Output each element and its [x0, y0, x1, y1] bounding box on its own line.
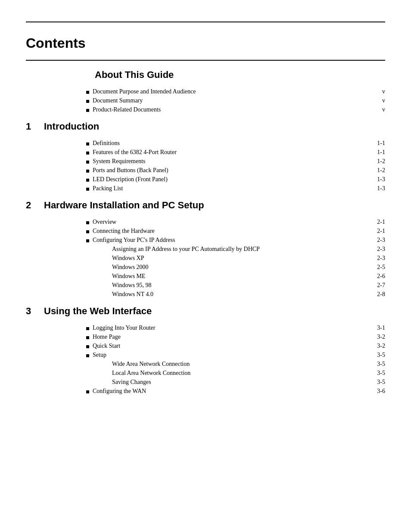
bullet-icon — [86, 179, 89, 182]
separator-rule — [26, 60, 385, 61]
list-item: Document Summary v — [86, 97, 385, 104]
page-number: 1-2 — [372, 158, 385, 165]
entry-label: Setup — [93, 352, 106, 359]
list-item: Packing List 1-3 — [86, 185, 385, 192]
list-item: Windows NT 4.0 2-8 — [112, 291, 385, 298]
bullet-icon — [86, 230, 89, 233]
list-item: Local Area Network Connection 3-5 — [112, 370, 385, 377]
list-item: Windows 95, 98 2-7 — [112, 282, 385, 289]
page-number: 2-3 — [372, 237, 385, 244]
page-number: 2-6 — [372, 273, 385, 280]
entry-label: Connecting the Hardware — [93, 228, 155, 235]
bullet-icon — [86, 170, 89, 173]
page-number: 1-2 — [372, 167, 385, 174]
entry-label: Document Summary — [93, 97, 143, 104]
chapter1-number: 1 — [26, 121, 39, 132]
chapter1-heading: 1 Introduction — [26, 121, 385, 132]
about-entries: Document Purpose and Intended Audience v… — [86, 88, 385, 113]
chapter2-number: 2 — [26, 200, 39, 211]
entry-label: Configuring the WAN — [93, 388, 146, 395]
bullet-icon — [86, 152, 89, 155]
content-area: About This Guide Document Purpose and In… — [26, 69, 385, 395]
bullet-icon — [86, 327, 89, 330]
list-item: System Requirements 1-2 — [86, 158, 385, 165]
about-section: About This Guide — [60, 69, 385, 80]
bullet-icon — [86, 91, 89, 94]
about-title: About This Guide — [95, 69, 385, 80]
entry-label: Windows ME — [112, 273, 146, 280]
bullet-icon — [86, 390, 89, 393]
chapter3-title: Using the Web Interface — [44, 306, 152, 317]
bullet-icon — [86, 142, 89, 145]
list-item: LED Description (Front Panel) 1-3 — [86, 176, 385, 183]
page-number: 3-5 — [372, 370, 385, 377]
chapter2-heading: 2 Hardware Installation and PC Setup — [26, 200, 385, 211]
chapter3-number: 3 — [26, 306, 39, 317]
page-number: 3-5 — [372, 361, 385, 368]
page: Contents About This Guide Document Purpo… — [0, 22, 411, 532]
entry-label: Quick Start — [93, 343, 120, 350]
entry-label: Overview — [93, 219, 116, 226]
entry-label: Wide Area Network Connection — [112, 361, 190, 368]
list-item: Logging Into Your Router 3-1 — [86, 325, 385, 331]
bullet-icon — [86, 161, 89, 164]
entry-label: LED Description (Front Panel) — [93, 176, 168, 183]
list-item: Assigning an IP Address to your PC Autom… — [112, 246, 385, 253]
entry-label: Features of the 6382 4-Port Router — [93, 149, 177, 156]
page-number: v — [372, 106, 385, 113]
list-item: Setup 3-5 — [86, 352, 385, 359]
list-item: Windows 2000 2-5 — [112, 264, 385, 271]
page-number: 2-1 — [372, 228, 385, 235]
list-item: Configuring Your PC's IP Address 2-3 — [86, 237, 385, 244]
top-rule — [26, 22, 385, 22]
page-number: 3-2 — [372, 343, 385, 350]
page-number: 1-1 — [372, 140, 385, 147]
page-number: 2-8 — [372, 291, 385, 298]
chapter1-entries: Definitions 1-1 Features of the 6382 4-P… — [86, 140, 385, 192]
page-title: Contents — [26, 35, 385, 51]
entry-label: Logging Into Your Router — [93, 325, 155, 331]
bullet-icon — [86, 188, 89, 191]
entry-label: Packing List — [93, 185, 123, 192]
list-item: Features of the 6382 4-Port Router 1-1 — [86, 149, 385, 156]
bullet-icon — [86, 221, 89, 224]
chapter2-title: Hardware Installation and PC Setup — [44, 200, 204, 211]
entry-label: Home Page — [93, 334, 121, 340]
entry-label: Windows 95, 98 — [112, 282, 152, 289]
page-number: 1-3 — [372, 176, 385, 183]
entry-label: Product-Related Documents — [93, 106, 161, 113]
entry-label: System Requirements — [93, 158, 146, 165]
page-number: 1-3 — [372, 185, 385, 192]
list-item: Home Page 3-2 — [86, 334, 385, 340]
page-number: 2-5 — [372, 264, 385, 271]
page-number: 3-2 — [372, 334, 385, 340]
page-number: v — [372, 88, 385, 95]
page-number: v — [372, 97, 385, 104]
list-item: Overview 2-1 — [86, 219, 385, 226]
page-number: 2-3 — [372, 255, 385, 262]
list-item: Saving Changes 3-5 — [112, 379, 385, 386]
bullet-icon — [86, 239, 89, 242]
chapter1-title: Introduction — [44, 121, 99, 132]
chapter2-entries: Overview 2-1 Connecting the Hardware 2-1… — [86, 219, 385, 298]
list-item: Document Purpose and Intended Audience v — [86, 88, 385, 95]
list-item: Connecting the Hardware 2-1 — [86, 228, 385, 235]
entry-label: Ports and Buttons (Back Panel) — [93, 167, 168, 174]
list-item: Ports and Buttons (Back Panel) 1-2 — [86, 167, 385, 174]
entry-label: Windows 2000 — [112, 264, 149, 271]
page-number: 3-6 — [372, 388, 385, 395]
list-item: Definitions 1-1 — [86, 140, 385, 147]
page-number: 2-7 — [372, 282, 385, 289]
list-item: Configuring the WAN 3-6 — [86, 388, 385, 395]
page-number: 3-1 — [372, 325, 385, 331]
list-item: Wide Area Network Connection 3-5 — [112, 361, 385, 368]
bullet-icon — [86, 100, 89, 103]
chapter3-heading: 3 Using the Web Interface — [26, 306, 385, 317]
bullet-icon — [86, 354, 89, 357]
page-number: 3-5 — [372, 352, 385, 359]
entry-label: Windows NT 4.0 — [112, 291, 153, 298]
entry-label: Saving Changes — [112, 379, 151, 386]
entry-label: Assigning an IP Address to your PC Autom… — [112, 246, 260, 253]
bullet-icon — [86, 109, 89, 112]
entry-label: Configuring Your PC's IP Address — [93, 237, 175, 244]
